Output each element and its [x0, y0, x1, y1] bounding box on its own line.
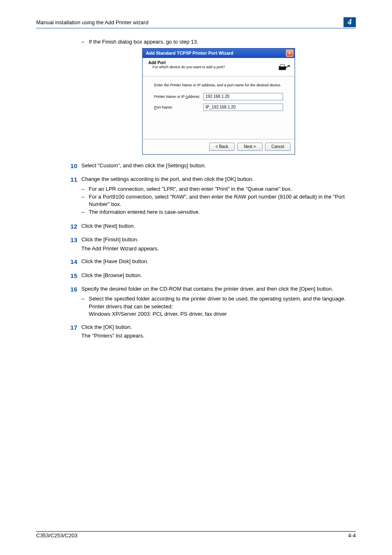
dialog-title: Add Standard TCP/IP Printer Port Wizard: [146, 51, 286, 56]
cancel-button[interactable]: Cancel: [265, 143, 291, 151]
step-11-bullet-3: The information entered here is case-sen…: [89, 208, 200, 216]
page-header-title: Manual installation using the Add Printe…: [36, 19, 344, 25]
step-16-line-2: Windows XP/Server 2003: PCL driver, PS d…: [89, 310, 356, 318]
dialog-subtext: For which device do you want to add a po…: [152, 65, 277, 69]
footer-left: C353/C253/C203: [36, 532, 77, 539]
step-text: Click the [Next] button.: [81, 222, 356, 231]
step-16: 16 Specify the desired folder on the CD-…: [81, 285, 356, 317]
footer-right: 4-4: [348, 532, 356, 539]
step-number: 13: [62, 236, 81, 252]
step-number: 15: [62, 272, 81, 280]
step-text: Specify the desired folder on the CD-ROM…: [81, 285, 356, 293]
step-text: Click the [Have Disk] button.: [81, 258, 356, 266]
step-12: 12 Click the [Next] button.: [81, 222, 356, 231]
step-16-line-1: Printer drivers that can be selected:: [89, 303, 356, 310]
step-number: 11: [62, 176, 81, 217]
bullet-dash: –: [81, 38, 89, 46]
step-number: 16: [62, 285, 81, 317]
dialog-instruction: Enter the Printer Name or IP address, an…: [154, 83, 283, 87]
tcpip-port-wizard-dialog: Add Standard TCP/IP Printer Port Wizard …: [142, 48, 295, 155]
printer-name-input[interactable]: [203, 93, 283, 100]
intro-bullet-text: If the Finish dialog box appears, go to …: [89, 38, 198, 46]
step-number: 17: [62, 324, 81, 340]
step-15: 15 Click the [Browse] button.: [81, 272, 356, 280]
step-11-bullet-1: For an LPR connection, select "LPR", and…: [89, 185, 292, 193]
step-14: 14 Click the [Have Disk] button.: [81, 258, 356, 266]
step-17-para: The "Printers" list appears.: [81, 332, 356, 340]
step-text: Click the [OK] button.: [81, 324, 356, 331]
step-number: 10: [62, 162, 81, 170]
step-number: 14: [62, 258, 81, 266]
chapter-number: 4: [344, 17, 356, 27]
close-icon[interactable]: ×: [286, 50, 293, 57]
back-button[interactable]: < Back: [209, 143, 235, 151]
step-text: Change the settings according to the por…: [81, 176, 356, 183]
header-rule: [36, 28, 356, 28]
printer-name-label: Printer Name or IP Address:: [154, 95, 203, 99]
step-11-bullet-2: For a Port9100 connection, select "RAW",…: [89, 193, 356, 208]
port-name-input[interactable]: [203, 104, 283, 111]
step-16-bullet-1: Select the specified folder according to…: [89, 295, 346, 303]
dialog-subtitle: Add Port: [148, 60, 277, 65]
intro-bullet: – If the Finish dialog box appears, go t…: [81, 38, 356, 46]
step-number: 12: [62, 222, 81, 231]
step-text: Click the [Finish] button.: [81, 236, 356, 243]
step-11: 11 Change the settings according to the …: [81, 176, 356, 217]
step-text: Click the [Browse] button.: [81, 272, 356, 280]
step-17: 17 Click the [OK] button. The "Printers"…: [81, 324, 356, 340]
step-13: 13 Click the [Finish] button. The Add Pr…: [81, 236, 356, 252]
next-button[interactable]: Next >: [237, 143, 263, 151]
printer-network-icon: [277, 60, 291, 73]
step-10: 10 Select "Custom", and then click the […: [81, 162, 356, 170]
step-text: Select "Custom", and then click the [Set…: [81, 162, 356, 170]
svg-rect-2: [280, 65, 284, 67]
step-13-para: The Add Printer Wizard appears.: [81, 245, 356, 252]
dialog-titlebar: Add Standard TCP/IP Printer Port Wizard …: [143, 49, 295, 58]
port-name-label: Port Name:: [154, 105, 203, 109]
